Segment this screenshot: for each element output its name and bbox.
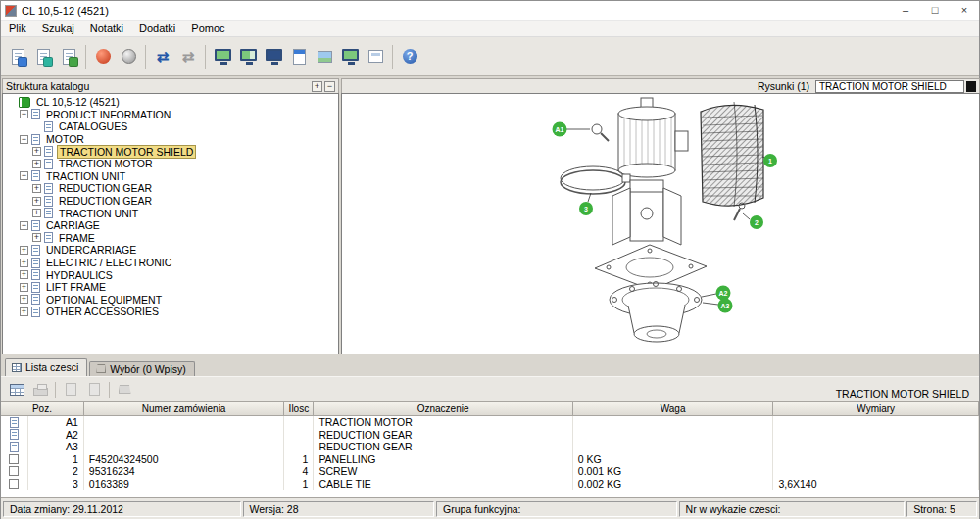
assembly-doc-cell[interactable] [1,416,28,429]
menu-pomoc[interactable]: Pomoc [183,21,232,36]
tree-item[interactable]: +LIFT FRAME [3,281,338,294]
assembly-doc-icon[interactable] [10,417,19,428]
view-window-button[interactable] [363,42,388,71]
table-row[interactable]: A3REDUCTION GEAR [1,441,979,453]
expand-icon[interactable]: + [32,233,41,242]
collapse-all-button[interactable]: − [324,81,335,92]
collapse-icon[interactable]: − [20,171,28,180]
column-header-waga[interactable]: Waga [573,402,774,415]
marker-2[interactable]: 2 [750,215,763,229]
assembly-doc-cell[interactable] [1,441,28,453]
tree-item[interactable]: +REDUCTION GEAR [3,195,338,208]
help-button[interactable] [397,42,422,71]
cell: A3 [28,441,84,453]
column-header-oznaczenie[interactable]: Oznaczenie [314,402,572,415]
parts-table-button[interactable] [5,379,28,400]
menu-plik[interactable]: Plik [1,21,34,36]
expand-icon[interactable]: + [32,160,41,168]
panel-dock-button[interactable] [966,81,976,92]
tree-item[interactable]: −MOTOR [3,133,338,146]
collapse-icon[interactable]: − [20,110,28,118]
expand-icon[interactable]: + [20,270,28,279]
tree-item[interactable]: CL 10,5-12 (4521) [3,96,338,109]
row-checkbox-cell[interactable] [1,478,28,491]
transfer-gray-button[interactable]: ⇄ [175,42,201,71]
add-page-icon [63,49,75,65]
table-row[interactable]: A1TRACTION MOTOR [1,416,979,429]
expand-icon[interactable]: + [20,259,28,267]
tree-item[interactable]: −CARRIAGE [3,219,338,232]
tree-item[interactable]: +TRACTION MOTOR SHIELD [3,145,338,158]
table-row[interactable]: A2REDUCTION GEAR [1,429,979,442]
column-header-numer-zam-wienia[interactable]: Numer zamówienia [84,402,285,415]
print-button[interactable] [5,42,30,71]
marker-a2[interactable]: A2 [716,286,731,301]
marker-1[interactable]: 1 [763,154,777,167]
view-screen-button[interactable] [337,42,363,71]
column-header-poz-[interactable]: Poz. [1,402,84,415]
tree-item[interactable]: +REDUCTION GEAR [3,182,338,195]
expand-icon[interactable]: + [20,295,28,304]
view-image-button[interactable] [312,42,337,71]
shield-panelling-part [701,102,763,207]
tree-item[interactable]: +HYDRAULICS [3,268,338,281]
marker-a1[interactable]: A1 [553,122,567,137]
tree-item[interactable]: −PRODUCT INFORMATION [3,109,338,121]
menu-dodatki[interactable]: Dodatki [131,21,183,36]
table-row[interactable]: 2953162344SCREW0.001 KG [1,465,979,478]
row-checkbox-cell[interactable] [1,453,28,466]
sphere-button[interactable] [116,42,141,71]
table-row[interactable]: 1F452043245001PANELLING0 KG [1,453,979,466]
view-catalog-button[interactable] [210,42,235,71]
collapse-icon[interactable]: − [20,221,28,230]
expand-icon[interactable]: + [20,283,28,292]
assembly-doc-cell[interactable] [1,429,28,442]
tree-item[interactable]: +FRAME [3,232,338,245]
back-button[interactable] [90,42,116,71]
column-header-ilosc[interactable]: Ilosc [284,402,314,415]
expand-icon[interactable]: + [32,209,41,217]
svg-text:1: 1 [768,158,772,165]
column-header-wymiary[interactable]: Wymiary [773,402,979,415]
tree-item[interactable]: +ELECTRIC / ELECTRONIC [3,257,338,269]
catalog-title: Struktura katalogu [6,80,89,92]
tab-wyb-r-0-wpisy-[interactable]: Wybór (0 Wpisy) [89,361,195,376]
expand-icon[interactable]: + [32,184,41,193]
assembly-doc-icon[interactable] [10,442,19,452]
row-checkbox-cell[interactable] [1,465,28,478]
expand-icon[interactable]: + [32,197,41,206]
assembly-doc-icon[interactable] [10,429,19,440]
tab-lista-czesci[interactable]: Lista czesci [5,358,87,376]
minimize-button[interactable]: – [891,1,920,20]
tree-item[interactable]: +UNDERCARRIAGE [3,244,338,257]
tree-item[interactable]: +TRACTION UNIT [3,207,338,219]
tree-item[interactable]: CATALOGUES [3,120,338,133]
tree-item-label: REDUCTION GEAR [57,195,154,207]
expand-all-button[interactable]: + [312,81,322,92]
drawing-select[interactable]: TRACTION MOTOR SHIELD [815,80,964,93]
maximize-button[interactable]: □ [920,1,950,20]
view-parts-list-button[interactable] [235,42,261,71]
expand-icon[interactable]: + [20,246,28,255]
view-document-button[interactable] [286,42,312,71]
export-button[interactable] [30,42,56,71]
row-checkbox[interactable] [9,454,19,464]
menu-szukaj[interactable]: Szukaj [34,21,82,36]
row-checkbox[interactable] [9,479,19,489]
tree-item[interactable]: +OTHER ACCESSORIES [3,306,338,318]
marker-a3[interactable]: A3 [718,299,733,313]
marker-3[interactable]: 3 [579,202,593,215]
tree-item[interactable]: +TRACTION MOTOR [3,158,338,170]
expand-icon[interactable]: + [20,307,28,316]
view-drawing-button[interactable] [261,42,286,71]
close-button[interactable]: × [950,1,979,20]
row-checkbox[interactable] [9,466,19,476]
expand-icon[interactable]: + [32,147,41,156]
collapse-icon[interactable]: − [20,135,28,144]
tree-item[interactable]: +OPTIONAL EQUIPMENT [3,294,338,307]
add-page-button[interactable] [56,42,81,71]
tree-item[interactable]: −TRACTION UNIT [3,170,338,183]
menu-notatki[interactable]: Notatki [82,21,131,36]
transfer-button[interactable]: ⇄ [150,42,175,71]
table-row[interactable]: 301633891CABLE TIE0.002 KG3,6X140 [1,478,979,491]
